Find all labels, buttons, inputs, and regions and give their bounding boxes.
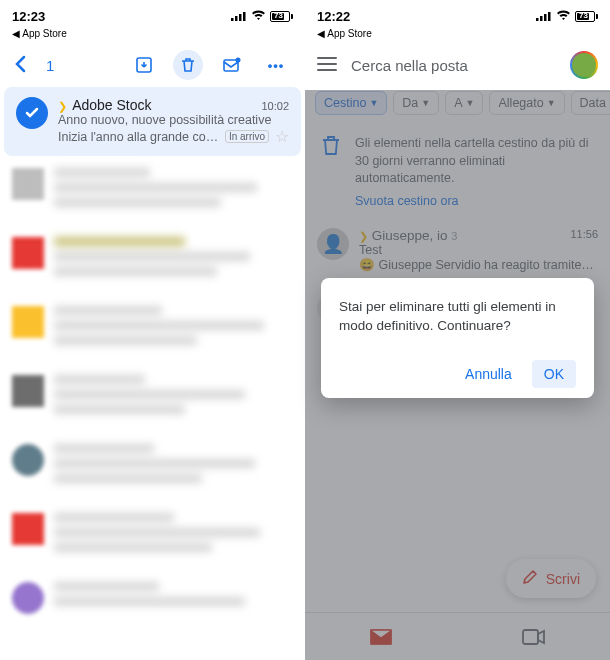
right-screenshot: 12:22 73 ◀ App Store Cerca nella posta C…: [305, 0, 610, 660]
mail-time: 10:02: [261, 100, 289, 112]
svg-rect-10: [548, 12, 551, 21]
mail-row[interactable]: [0, 501, 305, 570]
svg-rect-7: [536, 18, 539, 21]
mail-list: ❯ Adobe Stock 10:02 Anno nuovo, nuove po…: [0, 87, 305, 626]
signal-icon: [536, 9, 552, 24]
check-icon[interactable]: [16, 97, 48, 129]
search-input[interactable]: Cerca nella posta: [351, 57, 556, 74]
mail-row[interactable]: [0, 432, 305, 501]
status-time: 12:23: [12, 9, 45, 24]
mail-row[interactable]: [0, 294, 305, 363]
mail-row[interactable]: [0, 363, 305, 432]
search-bar: Cerca nella posta: [305, 43, 610, 87]
battery-icon: 73: [270, 11, 293, 22]
status-time: 12:22: [317, 9, 350, 24]
svg-rect-2: [239, 14, 242, 21]
more-icon[interactable]: •••: [261, 50, 291, 80]
selection-count: 1: [46, 57, 54, 74]
cancel-button[interactable]: Annulla: [453, 360, 524, 388]
inbox-label: In arrivo: [225, 130, 269, 143]
menu-icon[interactable]: [317, 56, 337, 75]
svg-rect-3: [243, 12, 246, 21]
sender: ❯ Adobe Stock: [58, 97, 152, 113]
svg-rect-0: [231, 18, 234, 21]
mail-row[interactable]: [0, 225, 305, 294]
mark-unread-icon[interactable]: [217, 50, 247, 80]
selection-toolbar: 1 •••: [0, 43, 305, 87]
mail-subject: Anno nuovo, nuove possibilità creative: [58, 113, 289, 127]
back-to-appstore[interactable]: ◀ App Store: [305, 28, 610, 43]
star-icon[interactable]: ☆: [275, 127, 289, 146]
confirm-dialog: Stai per eliminare tutti gli elementi in…: [321, 278, 594, 398]
svg-point-6: [236, 58, 241, 63]
svg-rect-5: [224, 60, 238, 71]
archive-icon[interactable]: [129, 50, 159, 80]
signal-icon: [231, 9, 247, 24]
mail-row[interactable]: [0, 570, 305, 626]
svg-rect-8: [540, 16, 543, 21]
svg-rect-9: [544, 14, 547, 21]
svg-rect-1: [235, 16, 238, 21]
ok-button[interactable]: OK: [532, 360, 576, 388]
mail-row[interactable]: [0, 156, 305, 225]
wifi-icon: [556, 9, 571, 24]
mail-row-selected[interactable]: ❯ Adobe Stock 10:02 Anno nuovo, nuove po…: [4, 87, 301, 156]
wifi-icon: [251, 9, 266, 24]
battery-icon: 73: [575, 11, 598, 22]
back-icon[interactable]: [14, 55, 28, 76]
mail-snippet: Inizia l'anno alla grande con un…: [58, 130, 219, 144]
avatar[interactable]: [570, 51, 598, 79]
status-bar: 12:22 73: [305, 0, 610, 28]
back-to-appstore[interactable]: ◀ App Store: [0, 28, 305, 43]
status-bar: 12:23 73: [0, 0, 305, 28]
dialog-message: Stai per eliminare tutti gli elementi in…: [339, 298, 576, 336]
left-screenshot: 12:23 73 ◀ App Store 1: [0, 0, 305, 660]
delete-icon[interactable]: [173, 50, 203, 80]
